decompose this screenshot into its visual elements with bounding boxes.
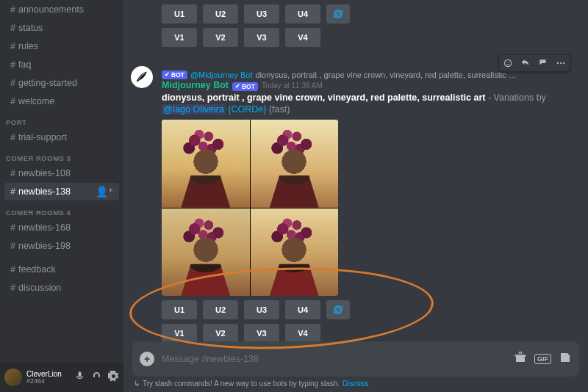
- return-arrow-icon: ↳: [134, 380, 140, 388]
- reroll-icon: [332, 8, 344, 20]
- section-header-rooms4: COMER ROOMS 4: [0, 201, 123, 218]
- hash-icon: #: [10, 78, 15, 88]
- channel-item-announcements[interactable]: #announcements: [4, 1, 119, 18]
- channel-label: announcements: [18, 4, 84, 15]
- channel-item-newbies-138[interactable]: #newbies-138👤⁺: [4, 183, 119, 200]
- image-tile-4[interactable]: [251, 208, 339, 297]
- channel-item-discussion[interactable]: #discussion: [4, 279, 119, 297]
- channel-label: newbies-168: [18, 222, 71, 233]
- channel-label: newbies-138: [18, 186, 71, 197]
- channel-label: getting-started: [18, 78, 77, 88]
- message-content: dionysus, portrait , grape vine crown, v…: [162, 92, 573, 115]
- gift-icon[interactable]: [514, 351, 527, 367]
- reply-snippet: dionysus, portrait , grape vine crown, v…: [256, 70, 517, 79]
- reroll-button[interactable]: [326, 4, 350, 23]
- channel-label: discussion: [18, 283, 61, 293]
- svg-point-0: [504, 59, 511, 66]
- hash-icon: #: [10, 41, 15, 51]
- svg-point-1: [506, 62, 507, 62]
- variation-4-button[interactable]: V4: [285, 324, 320, 341]
- message-input[interactable]: [162, 354, 506, 364]
- more-icon[interactable]: [552, 55, 570, 71]
- upscale-4-button[interactable]: U4: [285, 300, 320, 319]
- reply-author: @Midjourney Bot: [190, 70, 253, 79]
- hash-icon: #: [10, 186, 15, 197]
- image-tile-1[interactable]: [162, 120, 250, 208]
- channel-item-feedback[interactable]: #feedback: [4, 261, 119, 278]
- channel-item-welcome[interactable]: #welcome: [4, 92, 119, 110]
- hash-icon: #: [10, 59, 15, 70]
- channel-label: rules: [18, 41, 38, 51]
- channel-label: welcome: [18, 96, 54, 106]
- message-timestamp: Today at 11:38 AM: [262, 80, 323, 92]
- message-composer: + GIF: [132, 341, 579, 377]
- variation-1-button[interactable]: V1: [162, 28, 197, 47]
- message-previous: U1U2U3U4 V1V2V3V4: [123, 4, 584, 50]
- self-tag: #2464: [26, 378, 62, 385]
- upscale-3-button[interactable]: U3: [244, 300, 279, 319]
- variation-3-button[interactable]: V3: [244, 28, 279, 47]
- channel-label: feedback: [18, 264, 56, 275]
- variation-2-button[interactable]: V2: [203, 28, 238, 47]
- upscale-2-button[interactable]: U2: [203, 4, 238, 23]
- gif-icon[interactable]: GIF: [534, 354, 551, 364]
- channel-label: status: [18, 23, 43, 33]
- channel-item-newbies-108[interactable]: #newbies-108: [4, 164, 119, 182]
- channel-label: newbies-198: [18, 241, 71, 251]
- svg-point-5: [563, 62, 564, 64]
- sticker-icon[interactable]: [559, 351, 572, 367]
- hash-icon: #: [10, 264, 15, 275]
- prompt-text: dionysus, portrait , grape vine crown, v…: [162, 92, 485, 103]
- reply-icon[interactable]: [517, 55, 534, 71]
- variation-3-button[interactable]: V3: [244, 324, 279, 341]
- slash-tip: ↳ Try slash commands! A new way to use b…: [134, 380, 578, 388]
- channel-item-newbies-168[interactable]: #newbies-168: [4, 219, 119, 236]
- user-footer: CleverLion #2464: [0, 363, 123, 392]
- upscale-3-button[interactable]: U3: [244, 4, 279, 23]
- author-name[interactable]: Midjourney Bot: [162, 79, 229, 91]
- thread-icon[interactable]: [534, 55, 552, 71]
- svg-point-4: [560, 62, 562, 64]
- settings-gear-icon[interactable]: [108, 371, 119, 384]
- message-hover-toolbar: [498, 54, 570, 72]
- self-username: CleverLion: [26, 371, 62, 378]
- channel-item-faq[interactable]: #faq: [4, 56, 119, 73]
- channel-item-rules[interactable]: #rules: [4, 37, 119, 55]
- channel-item-newbies-198[interactable]: #newbies-198: [4, 237, 119, 255]
- variation-4-button[interactable]: V4: [285, 28, 320, 47]
- section-header-port: PORT: [0, 111, 123, 128]
- upscale-4-button[interactable]: U4: [285, 4, 320, 23]
- user-mention[interactable]: @Iago Oliveira: [162, 104, 226, 115]
- upscale-2-button[interactable]: U2: [203, 300, 238, 319]
- reroll-button[interactable]: [326, 300, 350, 319]
- channel-item-trial-support[interactable]: #trial-support: [4, 128, 119, 146]
- bot-avatar[interactable]: [131, 66, 153, 88]
- dismiss-link[interactable]: Dismiss: [343, 380, 368, 388]
- svg-point-2: [509, 62, 509, 62]
- channel-label: faq: [18, 59, 31, 70]
- deafen-icon[interactable]: [91, 371, 102, 384]
- channel-item-status[interactable]: #status: [4, 19, 119, 37]
- upscale-1-button[interactable]: U1: [162, 4, 197, 23]
- upscale-1-button[interactable]: U1: [162, 300, 197, 319]
- channel-item-getting-started[interactable]: #getting-started: [4, 74, 119, 92]
- variations-label: - Variations by: [485, 92, 545, 103]
- mute-mic-icon[interactable]: [74, 371, 85, 384]
- attach-plus-icon[interactable]: +: [140, 352, 154, 366]
- add-person-icon[interactable]: 👤⁺: [96, 186, 113, 197]
- channel-label: trial-support: [18, 132, 67, 142]
- hash-icon: #: [10, 168, 15, 178]
- self-avatar[interactable]: [4, 369, 22, 386]
- hash-icon: #: [10, 23, 15, 33]
- channel-sidebar: #announcements#status#rules#faq#getting-…: [0, 0, 123, 392]
- reroll-icon: [332, 304, 344, 316]
- add-reaction-icon[interactable]: [499, 55, 517, 71]
- message: ✔BOT @Midjourney Bot dionysus, portrait …: [123, 63, 584, 341]
- image-tile-3[interactable]: [162, 208, 250, 297]
- image-tile-2[interactable]: [251, 120, 339, 208]
- variation-2-button[interactable]: V2: [203, 324, 238, 341]
- generated-image-grid[interactable]: [162, 120, 338, 296]
- variation-1-button[interactable]: V1: [162, 324, 197, 341]
- bot-badge-icon: ✔BOT: [162, 70, 187, 79]
- hash-icon: #: [10, 241, 15, 251]
